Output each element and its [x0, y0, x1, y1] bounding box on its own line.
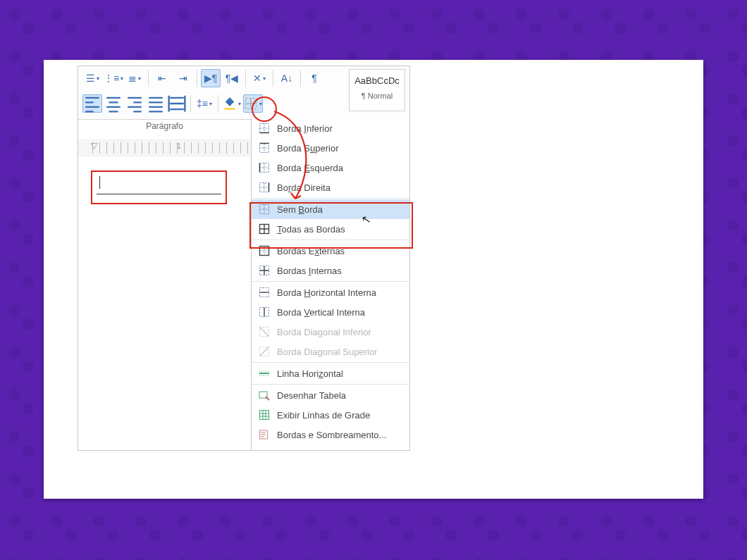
- ribbon-separator: [245, 70, 246, 87]
- menu-item-linha-horizontal[interactable]: Linha Horizontal: [252, 363, 409, 383]
- multilevel-list-button[interactable]: ≣▾: [125, 69, 144, 87]
- ruler-indent-marker[interactable]: ▽: [91, 141, 97, 151]
- menu-item-label: Todas as Bordas: [277, 224, 345, 235]
- ribbon-separator: [273, 70, 273, 87]
- menu-item-label: Bordas e Sombreamento...: [277, 430, 386, 440]
- menu-separator: [252, 281, 409, 282]
- svg-rect-15: [260, 411, 269, 420]
- shading-button[interactable]: ▾: [222, 94, 242, 113]
- ribbon-group-label: Parágrafo: [78, 121, 251, 131]
- slide-frame: ☰▾ ⋮≡▾ ≣▾ ⇤ ⇥ ▶¶ ¶◀ ✕▾ A↓ ¶: [44, 60, 703, 499]
- menu-item-label: Bordas Internas: [277, 266, 342, 276]
- numbering-button[interactable]: ⋮≡▾: [104, 69, 123, 87]
- style-name-label: ¶ Normal: [350, 92, 405, 100]
- ruler-ticks: [92, 142, 251, 154]
- b-diag1-icon: [259, 326, 270, 337]
- decrease-indent-button[interactable]: ⇤: [152, 69, 172, 87]
- show-hide-button[interactable]: ¶: [304, 69, 324, 87]
- menu-item-borda-horizontal-interna[interactable]: Borda Horizontal Interna: [252, 282, 409, 302]
- text-cursor: [99, 176, 100, 189]
- b-vmid-icon: [259, 306, 270, 318]
- menu-separator: [252, 198, 409, 199]
- menu-item-borda-vertical-interna[interactable]: Borda Vertical Interna: [252, 302, 409, 322]
- menu-item-label: Borda Superior: [277, 143, 338, 154]
- rtl-direction-button[interactable]: ¶◀: [222, 69, 242, 87]
- menu-item-exibir-linhas-grade[interactable]: Exibir Linhas de Grade: [252, 405, 409, 425]
- highlighted-text-cell: [91, 170, 227, 204]
- b-all-icon: [259, 223, 270, 235]
- dialog-icon: [259, 429, 270, 440]
- menu-separator: [252, 384, 409, 385]
- menu-item-borda-inferior[interactable]: Borda Inferior: [252, 118, 409, 138]
- menu-item-label: Borda Diagonal Superior: [277, 347, 377, 357]
- ribbon-separator: [197, 70, 197, 87]
- menu-item-label: Exibir Linhas de Grade: [277, 410, 370, 421]
- b-hmid-icon: [259, 287, 270, 298]
- menu-item-label: Sem Borda: [277, 204, 323, 215]
- align-center-button[interactable]: [104, 94, 123, 113]
- ribbon-paragraph-group: ☰▾ ⋮≡▾ ≣▾ ⇤ ⇥ ▶¶ ¶◀ ✕▾ A↓ ¶: [78, 66, 409, 120]
- svg-rect-0: [225, 108, 235, 110]
- menu-item-label: Desenhar Tabela: [277, 390, 346, 401]
- menu-separator: [252, 362, 409, 363]
- ltr-direction-button[interactable]: ▶¶: [201, 69, 221, 87]
- align-right-button[interactable]: [125, 94, 144, 113]
- menu-item-borda-superior[interactable]: Borda Superior: [252, 138, 409, 158]
- b-out-icon: [259, 245, 270, 256]
- horizontal-ruler[interactable]: ▽ 1: [78, 139, 251, 156]
- menu-item-label: Borda Diagonal Inferior: [277, 327, 371, 337]
- distributed-button[interactable]: [167, 94, 187, 113]
- sort-button[interactable]: A↓: [277, 69, 297, 87]
- menu-item-label: Linha Horizontal: [277, 368, 343, 379]
- menu-item-borda-esquerda[interactable]: Borda Esquerda: [252, 158, 409, 178]
- menu-item-sem-borda[interactable]: Sem Borda: [252, 199, 409, 219]
- menu-separator: [252, 239, 409, 240]
- menu-item-borda-direita[interactable]: Borda Direita: [252, 178, 409, 197]
- ribbon-separator: [218, 95, 218, 112]
- ribbon-separator: [190, 95, 191, 112]
- menu-item-bordas-internas[interactable]: Bordas Internas: [252, 261, 409, 280]
- b-top-icon: [259, 142, 270, 154]
- ribbon-separator: [148, 70, 149, 87]
- asian-layout-button[interactable]: ✕▾: [249, 69, 269, 87]
- b-left-icon: [259, 162, 270, 173]
- menu-item-desenhar-tabela[interactable]: Desenhar Tabela: [252, 385, 409, 405]
- line-spacing-button[interactable]: ‡≡▾: [195, 94, 214, 113]
- grid-icon: [259, 409, 270, 421]
- b-bottom-icon: [259, 123, 270, 134]
- menu-item-bordas-externas[interactable]: Bordas Externas: [252, 241, 409, 261]
- align-left-button[interactable]: [82, 94, 102, 113]
- menu-item-borda-diagonal-superior: Borda Diagonal Superior: [252, 342, 409, 361]
- increase-indent-button[interactable]: ⇥: [173, 69, 193, 87]
- ribbon-separator: [300, 70, 301, 87]
- menu-item-label: Borda Horizontal Interna: [277, 287, 376, 298]
- b-diag2-icon: [259, 346, 270, 357]
- bullets-button[interactable]: ☰▾: [82, 69, 102, 87]
- draw-icon: [259, 390, 270, 401]
- menu-item-label: Borda Direita: [277, 182, 331, 193]
- justify-button[interactable]: [146, 94, 166, 113]
- menu-item-bordas-sombreamento[interactable]: Bordas e Sombreamento...: [252, 425, 409, 444]
- hline-icon: [259, 368, 270, 379]
- style-preview-text: AaBbCcDc: [350, 70, 405, 86]
- word-window: ☰▾ ⋮≡▾ ≣▾ ⇤ ⇥ ▶¶ ¶◀ ✕▾ A↓ ¶: [78, 66, 410, 451]
- b-none-icon: [259, 204, 270, 215]
- menu-item-label: Borda Inferior: [277, 123, 333, 134]
- cell-bottom-border: [97, 194, 221, 194]
- menu-item-label: Borda Esquerda: [277, 163, 343, 173]
- b-right-icon: [259, 182, 270, 193]
- menu-item-label: Bordas Externas: [277, 246, 345, 256]
- borders-button[interactable]: ▾: [243, 94, 263, 113]
- menu-item-label: Borda Vertical Interna: [277, 307, 365, 318]
- ruler-number: 1: [177, 142, 181, 150]
- borders-dropdown-menu: Borda InferiorBorda SuperiorBorda Esquer…: [251, 118, 409, 450]
- style-normal[interactable]: AaBbCcDc ¶ Normal: [349, 69, 405, 111]
- b-in-icon: [259, 265, 270, 276]
- menu-item-borda-diagonal-inferior: Borda Diagonal Inferior: [252, 322, 409, 342]
- menu-item-todas-bordas[interactable]: Todas as Bordas: [252, 219, 409, 239]
